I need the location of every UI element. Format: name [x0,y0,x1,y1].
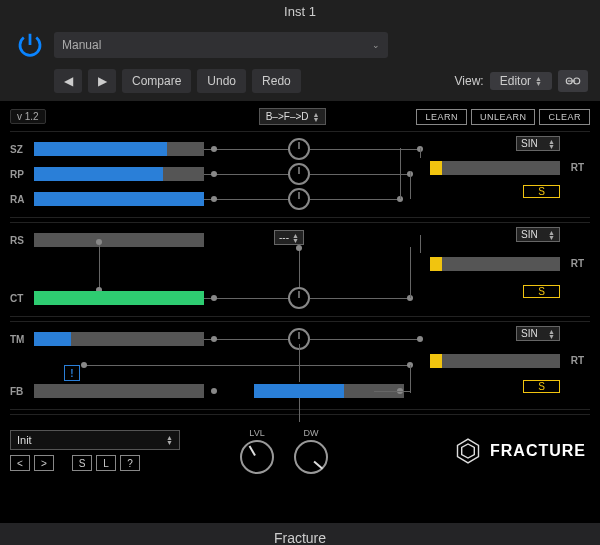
param-label-ct: CT [10,293,34,304]
param-label-ra: RA [10,194,34,205]
updown-icon: ▲▼ [548,329,555,339]
preset-next-button[interactable]: > [34,455,54,471]
version-label: v 1.2 [10,109,46,124]
updown-icon: ▲▼ [548,139,555,149]
ra-mod-knob[interactable] [288,188,310,210]
delay-section: TM ! FB [10,321,590,410]
next-preset-button[interactable]: ▶ [88,69,116,93]
fb-slider[interactable] [34,384,204,398]
preset-save-button[interactable]: S [72,455,92,471]
footer-title: Fracture [0,522,600,545]
sec2-mid-select[interactable]: --- ▲▼ [274,230,304,245]
preset-help-button[interactable]: ? [120,455,140,471]
brand-icon [454,437,482,465]
sec3-wave-select[interactable]: SIN ▲▼ [516,326,560,341]
unlearn-button[interactable]: UNLEARN [471,109,536,125]
level-knob[interactable] [240,440,274,474]
param-label-sz: SZ [10,144,34,155]
brand-text: FRACTURE [490,442,586,460]
learn-button[interactable]: LEARN [416,109,467,125]
sec2-wave-select[interactable]: SIN ▲▼ [516,227,560,242]
routing-select[interactable]: B–>F–>D ▲▼ [259,108,327,125]
rs-slider[interactable] [34,233,204,247]
buffer-section: SZ RP RA [10,131,590,218]
lvl-label: LVL [249,428,264,438]
preset-mode-select[interactable]: Manual ⌄ [54,32,388,58]
power-button[interactable] [12,27,48,63]
dw-label: DW [304,428,319,438]
sec3-rate-slider[interactable] [430,354,560,368]
sec1-wave-select[interactable]: SIN ▲▼ [516,136,560,151]
sec2-rate-slider[interactable] [430,257,560,271]
wave-value: SIN [521,229,538,240]
preset-select[interactable]: Init ▲▼ [10,430,180,450]
clear-button[interactable]: CLEAR [539,109,590,125]
sec1-sync-button[interactable]: S [523,185,560,198]
link-button[interactable] [558,70,588,92]
view-value: Editor [500,74,531,88]
sec3-sync-button[interactable]: S [523,380,560,393]
sec1-rate-slider[interactable] [430,161,560,175]
updown-icon: ▲▼ [548,230,555,240]
rp-slider[interactable] [34,167,204,181]
svg-marker-3 [462,444,475,458]
param-label-tm: TM [10,334,34,345]
updown-icon: ▲▼ [535,76,542,86]
rt-label: RT [571,258,584,269]
param-label-fb: FB [10,386,34,397]
param-label-rp: RP [10,169,34,180]
chevron-down-icon: ⌄ [372,40,380,50]
param-label-rs: RS [10,235,34,246]
sz-mod-knob[interactable] [288,138,310,160]
view-select[interactable]: Editor ▲▼ [490,72,552,90]
view-label: View: [455,74,484,88]
rp-mod-knob[interactable] [288,163,310,185]
preset-name: Init [17,434,32,446]
redo-button[interactable]: Redo [252,69,301,93]
ct-slider[interactable] [34,291,204,305]
instrument-title: Inst 1 [0,0,600,25]
ct-mod-knob[interactable] [288,287,310,309]
wave-value: SIN [521,138,538,149]
rt-label: RT [571,162,584,173]
routing-value: B–>F–>D [266,111,309,122]
sz-slider[interactable] [34,142,204,156]
tm-slider[interactable] [34,332,204,346]
wave-value: SIN [521,328,538,339]
updown-icon: ▲▼ [166,435,173,445]
ra-slider[interactable] [34,192,204,206]
mid-sel-value: --- [279,232,289,243]
bang-button[interactable]: ! [64,365,80,381]
filter-section: RS --- ▲▼ CT [10,222,590,317]
plugin-panel: v 1.2 B–>F–>D ▲▼ LEARN UNLEARN CLEAR SZ … [0,102,600,522]
sec2-sync-button[interactable]: S [523,285,560,298]
rt-label: RT [571,355,584,366]
updown-icon: ▲▼ [292,233,299,243]
compare-button[interactable]: Compare [122,69,191,93]
preset-mode-label: Manual [62,38,101,52]
preset-prev-button[interactable]: < [10,455,30,471]
drywet-knob[interactable] [294,440,328,474]
svg-marker-2 [458,439,479,463]
updown-icon: ▲▼ [313,112,320,122]
prev-preset-button[interactable]: ◀ [54,69,82,93]
undo-button[interactable]: Undo [197,69,246,93]
preset-load-button[interactable]: L [96,455,116,471]
